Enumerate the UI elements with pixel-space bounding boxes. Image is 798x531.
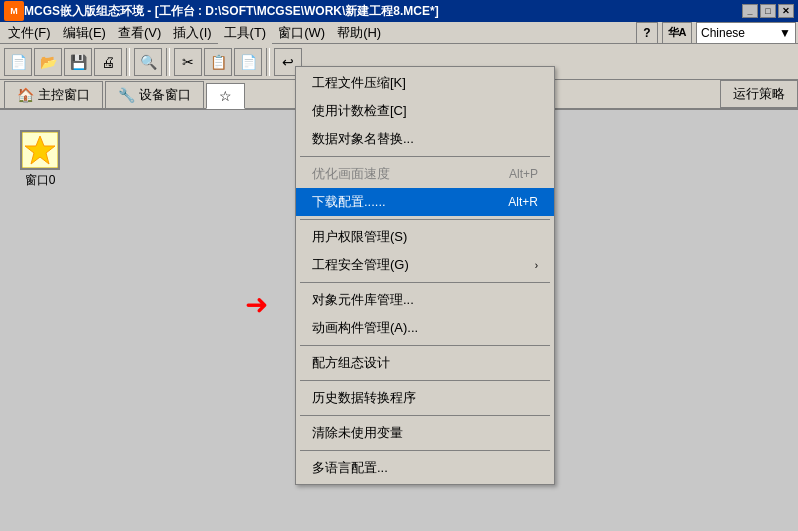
separator-2 xyxy=(300,219,550,220)
cut-button[interactable]: ✂ xyxy=(174,48,202,76)
menu-item-clearvar[interactable]: 清除未使用变量 xyxy=(296,419,554,447)
open-button[interactable]: 📂 xyxy=(34,48,62,76)
language-area: ? 华A Chinese ▼ xyxy=(636,22,796,44)
print-button[interactable]: 🖨 xyxy=(94,48,122,76)
lang-icon: 华A xyxy=(662,22,692,44)
menu-window[interactable]: 窗口(W) xyxy=(272,22,331,44)
toolbar-sep-1 xyxy=(126,48,130,76)
tab-user-window[interactable]: ☆ xyxy=(206,83,245,109)
separator-4 xyxy=(300,345,550,346)
menu-item-history[interactable]: 历史数据转换程序 xyxy=(296,384,554,412)
menu-tools[interactable]: 工具(T) xyxy=(218,22,273,44)
separator-3 xyxy=(300,282,550,283)
separator-5 xyxy=(300,380,550,381)
menu-file[interactable]: 文件(F) xyxy=(2,22,57,44)
tab-main-window[interactable]: 🏠 主控窗口 xyxy=(4,81,103,108)
separator-7 xyxy=(300,450,550,451)
save-button[interactable]: 💾 xyxy=(64,48,92,76)
menu-item-animlib[interactable]: 动画构件管理(A)... xyxy=(296,314,554,342)
red-arrow-indicator: ➜ xyxy=(245,288,268,321)
new-button[interactable]: 📄 xyxy=(4,48,32,76)
search-button[interactable]: 🔍 xyxy=(134,48,162,76)
user-window-icon: ☆ xyxy=(219,88,232,104)
menu-item-compress[interactable]: 工程文件压缩[K] xyxy=(296,69,554,97)
tools-dropdown-menu: 工程文件压缩[K] 使用计数检查[C] 数据对象名替换... 优化画面速度 Al… xyxy=(295,66,555,485)
chevron-down-icon: ▼ xyxy=(779,26,791,40)
paste-button[interactable]: 📄 xyxy=(234,48,262,76)
menu-item-objlib[interactable]: 对象元件库管理... xyxy=(296,286,554,314)
help-button[interactable]: ? xyxy=(636,22,658,44)
main-window-icon: 🏠 xyxy=(17,87,34,103)
menu-item-recipe[interactable]: 配方组态设计 xyxy=(296,349,554,377)
toolbar-sep-3 xyxy=(266,48,270,76)
title-bar: M MCGS嵌入版组态环境 - [工作台 : D:\SOFT\MCGSE\WOR… xyxy=(0,0,798,22)
menu-item-download[interactable]: 下载配置...... Alt+R xyxy=(296,188,554,216)
menu-item-check[interactable]: 使用计数检查[C] xyxy=(296,97,554,125)
menu-item-multilang[interactable]: 多语言配置... xyxy=(296,454,554,482)
window-item-0[interactable]: 窗口0 xyxy=(20,130,60,189)
menu-bar: 文件(F) 编辑(E) 查看(V) 插入(I) 工具(T) 窗口(W) 帮助(H… xyxy=(0,22,798,44)
window-item-icon xyxy=(20,130,60,170)
menu-item-rename[interactable]: 数据对象名替换... xyxy=(296,125,554,153)
menu-item-userperm[interactable]: 用户权限管理(S) xyxy=(296,223,554,251)
separator-6 xyxy=(300,415,550,416)
minimize-button[interactable]: _ xyxy=(742,4,758,18)
close-button[interactable]: ✕ xyxy=(778,4,794,18)
tab-device-window[interactable]: 🔧 设备窗口 xyxy=(105,81,204,108)
window-title: MCGS嵌入版组态环境 - [工作台 : D:\SOFT\MCGSE\WORK\… xyxy=(24,3,742,20)
menu-view[interactable]: 查看(V) xyxy=(112,22,167,44)
menu-help[interactable]: 帮助(H) xyxy=(331,22,387,44)
separator-1 xyxy=(300,156,550,157)
copy-button[interactable]: 📋 xyxy=(204,48,232,76)
language-selector[interactable]: Chinese ▼ xyxy=(696,22,796,44)
tab-run-strategy[interactable]: 运行策略 xyxy=(720,80,798,108)
menu-item-optimize: 优化画面速度 Alt+P xyxy=(296,160,554,188)
device-window-icon: 🔧 xyxy=(118,87,135,103)
app-icon: M xyxy=(4,1,24,21)
maximize-button[interactable]: □ xyxy=(760,4,776,18)
window-controls[interactable]: _ □ ✕ xyxy=(742,4,794,18)
window-item-label: 窗口0 xyxy=(25,172,56,189)
toolbar-sep-2 xyxy=(166,48,170,76)
menu-insert[interactable]: 插入(I) xyxy=(167,22,217,44)
menu-edit[interactable]: 编辑(E) xyxy=(57,22,112,44)
menu-item-security[interactable]: 工程安全管理(G) › xyxy=(296,251,554,279)
